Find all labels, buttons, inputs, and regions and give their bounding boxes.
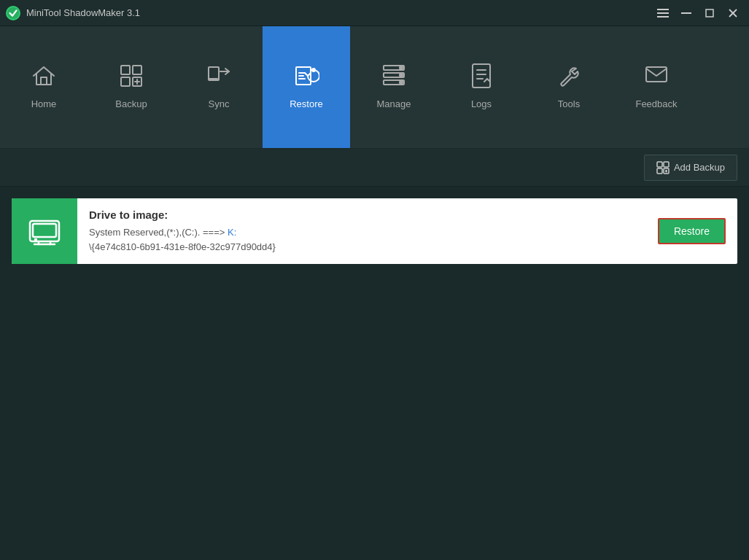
backup-card: Drive to image: System Reserved,(*:),(C:… xyxy=(12,198,737,264)
add-backup-label: Add Backup xyxy=(674,162,725,173)
nav-feedback[interactable]: Feedback xyxy=(613,26,700,148)
nav-restore[interactable]: Restore xyxy=(263,26,350,148)
backup-card-desc: System Reserved,(*:),(C:). ===> K: \{4e7… xyxy=(89,225,634,254)
svg-rect-34 xyxy=(657,162,662,167)
svg-rect-45 xyxy=(34,238,37,241)
restore-button[interactable]: Restore xyxy=(658,218,726,244)
nav-sync-label: Sync xyxy=(209,98,230,109)
toolbar: Add Backup xyxy=(0,149,749,187)
svg-point-28 xyxy=(400,81,403,84)
sync-icon xyxy=(206,63,232,93)
backup-card-body: Drive to image: System Reserved,(*:),(C:… xyxy=(77,200,646,262)
menu-button[interactable] xyxy=(653,6,673,20)
minimize-button[interactable] xyxy=(676,6,696,20)
title-bar-controls xyxy=(653,6,743,20)
nav-sync[interactable]: Sync xyxy=(175,26,263,148)
feedback-icon xyxy=(643,63,670,93)
svg-rect-3 xyxy=(657,16,669,18)
backup-path-link[interactable]: K: xyxy=(228,227,236,238)
backup-description-text: System Reserved,(*:),(C:). ===> xyxy=(89,227,228,238)
svg-rect-36 xyxy=(657,168,662,174)
nav-backup-label: Backup xyxy=(115,98,147,109)
svg-rect-29 xyxy=(473,64,490,88)
add-backup-button[interactable]: Add Backup xyxy=(644,155,737,181)
nav-home[interactable]: Home xyxy=(0,26,88,148)
nav-logs-label: Logs xyxy=(471,98,492,109)
close-button[interactable] xyxy=(723,6,743,20)
tools-icon xyxy=(556,63,582,93)
nav-tools[interactable]: Tools xyxy=(525,26,613,148)
restore-icon xyxy=(293,63,319,93)
backup-card-title: Drive to image: xyxy=(89,209,634,221)
svg-point-0 xyxy=(7,7,19,18)
app-title: MiniTool ShadowMaker 3.1 xyxy=(26,7,140,18)
svg-rect-5 xyxy=(706,9,713,17)
svg-rect-33 xyxy=(646,67,667,82)
backup-path-text: \{4e74c810-6b91-431e-8f0e-32c977d90dd4} xyxy=(89,241,276,252)
maximize-button[interactable] xyxy=(699,6,720,20)
backup-icon xyxy=(118,63,144,93)
nav-restore-label: Restore xyxy=(290,98,323,109)
title-bar-left: MiniTool ShadowMaker 3.1 xyxy=(6,6,140,20)
svg-rect-8 xyxy=(41,77,47,85)
main-content: Drive to image: System Reserved,(*:),(C:… xyxy=(0,187,749,276)
svg-rect-1 xyxy=(657,9,669,10)
svg-point-27 xyxy=(400,74,403,77)
svg-rect-4 xyxy=(681,12,691,14)
nav-manage-label: Manage xyxy=(377,98,411,109)
svg-point-26 xyxy=(400,66,403,69)
nav-home-label: Home xyxy=(31,98,57,109)
app-logo xyxy=(6,6,20,20)
nav-logs[interactable]: Logs xyxy=(438,26,525,148)
svg-rect-35 xyxy=(664,162,669,167)
manage-icon xyxy=(381,63,407,93)
nav-feedback-label: Feedback xyxy=(635,98,677,109)
home-icon xyxy=(31,63,57,93)
svg-point-19 xyxy=(311,68,316,72)
nav-backup[interactable]: Backup xyxy=(88,26,175,148)
title-bar: MiniTool ShadowMaker 3.1 xyxy=(0,0,749,26)
nav-manage[interactable]: Manage xyxy=(350,26,438,148)
nav-bar: Home Backup Sync xyxy=(0,26,749,149)
svg-rect-11 xyxy=(121,77,130,86)
svg-rect-9 xyxy=(121,66,130,74)
svg-rect-2 xyxy=(657,12,669,14)
backup-card-action: Restore xyxy=(646,218,737,244)
svg-rect-10 xyxy=(133,66,141,74)
backup-card-icon xyxy=(12,198,77,264)
logs-icon xyxy=(468,63,494,93)
nav-tools-label: Tools xyxy=(558,98,580,109)
svg-rect-41 xyxy=(33,224,56,237)
